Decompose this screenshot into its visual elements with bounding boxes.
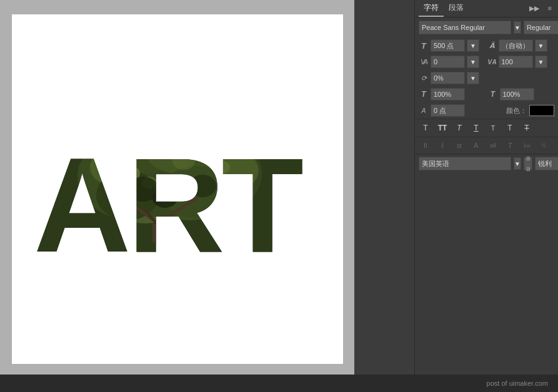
- bottom-bar-text: post of uimaker.com: [487, 380, 548, 387]
- tab-character[interactable]: 字符: [419, 0, 444, 17]
- scale-icon: ⟳: [419, 74, 429, 82]
- kerning-icon: VA: [419, 58, 429, 66]
- color-swatch[interactable]: [529, 105, 554, 116]
- svg-point-23: [212, 160, 230, 174]
- typo-btn-regular[interactable]: T: [419, 122, 432, 134]
- baseline-color-row: A 颜色：: [415, 102, 558, 119]
- size-leading-row: T ▼ A̋ ▼: [415, 37, 558, 54]
- tracking-input[interactable]: [499, 56, 533, 68]
- typo-btn-super[interactable]: T: [486, 122, 500, 134]
- leading-icon: A̋: [488, 42, 497, 50]
- ot-italic-t[interactable]: T: [503, 139, 517, 152]
- v-scale-input[interactable]: [500, 88, 534, 100]
- v-scale-icon: T: [488, 90, 498, 99]
- tracking-dropdown[interactable]: ▼: [535, 56, 547, 68]
- tab-paragraph[interactable]: 段落: [444, 0, 469, 17]
- scale-group: ⟳ ▼: [419, 72, 554, 84]
- font-row: ▼ ▼: [415, 17, 558, 37]
- canvas-area: ART ART: [0, 0, 354, 378]
- typo-btn-underline[interactable]: T: [469, 122, 483, 134]
- svg-point-22: [172, 152, 195, 170]
- font-size-dropdown[interactable]: ▼: [467, 39, 479, 52]
- h-scale-input[interactable]: [431, 88, 465, 100]
- aa-btn[interactable]: ａａ: [524, 157, 532, 170]
- typo-btn-bold[interactable]: TT: [436, 122, 449, 134]
- art-text-container: ART ART: [34, 127, 321, 264]
- canvas-white: ART ART: [12, 14, 343, 364]
- size-group: T ▼: [419, 39, 486, 52]
- baseline-icon: A: [419, 107, 429, 114]
- lang-row: ▼ ａａ ▼: [415, 154, 558, 173]
- sharp-input[interactable]: [535, 157, 558, 170]
- ot-half[interactable]: ½: [537, 139, 551, 152]
- opentype-row: fi ℓ st A aã T 1st ½: [415, 137, 558, 154]
- ot-frac[interactable]: A: [469, 139, 483, 152]
- panel-tabs: 字符 段落 ▶▶ ≡: [415, 0, 558, 17]
- kerning-group: VA ▼: [419, 56, 486, 68]
- baseline-input[interactable]: [431, 104, 465, 117]
- font-size-icon: T: [419, 41, 429, 51]
- scale-input[interactable]: [431, 72, 465, 84]
- font-name-dropdown[interactable]: ▼: [514, 21, 521, 34]
- panel-expand-area: ▶▶ ≡: [527, 3, 554, 14]
- bottom-bar: post of uimaker.com: [0, 375, 558, 392]
- scale-dropdown[interactable]: ▼: [467, 72, 479, 84]
- art-svg: ART ART: [34, 127, 321, 270]
- panel-expand-icon[interactable]: ▶▶: [527, 3, 542, 14]
- scale-row: ⟳ ▼: [415, 70, 558, 86]
- kerning-tracking-row: VA ▼ VA ▼: [415, 54, 558, 70]
- ot-st[interactable]: st: [452, 139, 466, 152]
- leading-group: A̋ ▼: [488, 39, 555, 52]
- panel-menu-icon[interactable]: ≡: [546, 3, 554, 14]
- baseline-group: A: [419, 104, 504, 117]
- svg-rect-17: [152, 223, 171, 242]
- font-name-input[interactable]: [419, 21, 511, 34]
- v-scale-group: T: [488, 88, 555, 100]
- right-panel: 字符 段落 ▶▶ ≡ ▼ ▼ T ▼ A̋ ▼ VA: [414, 0, 558, 378]
- hv-scale-row: T T: [415, 86, 558, 102]
- svg-point-27: [152, 189, 177, 208]
- svg-point-26: [189, 175, 216, 197]
- ot-fi[interactable]: fi: [419, 139, 432, 152]
- ot-loop[interactable]: ℓ: [436, 139, 449, 152]
- color-label: 颜色：: [506, 106, 527, 115]
- leading-dropdown[interactable]: ▼: [535, 39, 547, 52]
- font-size-input[interactable]: [431, 39, 465, 52]
- lang-dropdown[interactable]: ▼: [514, 157, 521, 170]
- typo-row: T TT T T T T T: [415, 119, 558, 137]
- typo-btn-strike[interactable]: T: [520, 122, 534, 134]
- ot-super[interactable]: 1st: [520, 139, 534, 152]
- tracking-group: VA ▼: [488, 56, 555, 68]
- lang-input[interactable]: [419, 157, 511, 170]
- kerning-dropdown[interactable]: ▼: [467, 56, 479, 68]
- h-scale-icon: T: [419, 90, 429, 99]
- font-style-input[interactable]: [524, 21, 558, 34]
- h-scale-group: T: [419, 88, 486, 100]
- ot-ord[interactable]: aã: [486, 139, 500, 152]
- typo-btn-caps[interactable]: T: [503, 122, 517, 134]
- kerning-input[interactable]: [431, 56, 465, 68]
- leading-input[interactable]: [499, 39, 533, 52]
- color-group: 颜色：: [506, 105, 554, 116]
- typo-btn-italic[interactable]: T: [452, 122, 466, 134]
- tracking-icon: VA: [488, 59, 497, 66]
